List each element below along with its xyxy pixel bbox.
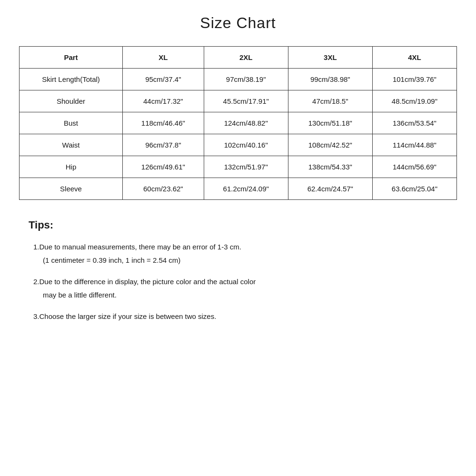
col-header-xl: XL bbox=[123, 47, 204, 69]
table-cell-value: 124cm/48.82" bbox=[204, 112, 288, 134]
col-header-3xl: 3XL bbox=[288, 47, 372, 69]
table-cell-value: 136cm/53.54" bbox=[372, 112, 456, 134]
table-row: Waist96cm/37.8"102cm/40.16"108cm/42.52"1… bbox=[20, 134, 457, 156]
tip-main-text: 2.Due to the difference in display, the … bbox=[33, 278, 256, 286]
tips-title: Tips: bbox=[29, 219, 447, 231]
table-cell-value: 144cm/56.69" bbox=[372, 156, 456, 178]
page-title: Size Chart bbox=[19, 14, 457, 32]
table-cell-value: 63.6cm/25.04" bbox=[372, 178, 456, 200]
tip-main-text: 3.Choose the larger size if your size is… bbox=[33, 312, 216, 320]
table-body: Skirt Length(Total)95cm/37.4"97cm/38.19"… bbox=[20, 69, 457, 200]
col-header-4xl: 4XL bbox=[372, 47, 456, 69]
tip-item: 1.Due to manual measurements, there may … bbox=[29, 241, 447, 266]
table-cell-part: Hip bbox=[20, 156, 123, 178]
table-cell-value: 108cm/42.52" bbox=[288, 134, 372, 156]
size-chart-table: Part XL 2XL 3XL 4XL Skirt Length(Total)9… bbox=[19, 46, 457, 200]
table-cell-part: Sleeve bbox=[20, 178, 123, 200]
tip-item: 3.Choose the larger size if your size is… bbox=[29, 310, 447, 323]
table-cell-value: 60cm/23.62" bbox=[123, 178, 204, 200]
table-cell-value: 138cm/54.33" bbox=[288, 156, 372, 178]
table-cell-value: 130cm/51.18" bbox=[288, 112, 372, 134]
tip-item: 2.Due to the difference in display, the … bbox=[29, 276, 447, 301]
table-row: Skirt Length(Total)95cm/37.4"97cm/38.19"… bbox=[20, 69, 457, 90]
table-cell-part: Skirt Length(Total) bbox=[20, 69, 123, 90]
table-cell-value: 102cm/40.16" bbox=[204, 134, 288, 156]
table-cell-value: 95cm/37.4" bbox=[123, 69, 204, 90]
table-row: Shoulder44cm/17.32"45.5cm/17.91"47cm/18.… bbox=[20, 90, 457, 112]
table-cell-value: 62.4cm/24.57" bbox=[288, 178, 372, 200]
table-cell-value: 61.2cm/24.09" bbox=[204, 178, 288, 200]
table-cell-value: 96cm/37.8" bbox=[123, 134, 204, 156]
col-header-part: Part bbox=[20, 47, 123, 69]
tip-sub-text: may be a little different. bbox=[33, 289, 447, 301]
table-cell-value: 126cm/49.61" bbox=[123, 156, 204, 178]
table-cell-part: Shoulder bbox=[20, 90, 123, 112]
table-cell-value: 118cm/46.46" bbox=[123, 112, 204, 134]
col-header-2xl: 2XL bbox=[204, 47, 288, 69]
table-cell-part: Bust bbox=[20, 112, 123, 134]
table-cell-value: 47cm/18.5" bbox=[288, 90, 372, 112]
table-cell-value: 44cm/17.32" bbox=[123, 90, 204, 112]
tip-main-text: 1.Due to manual measurements, there may … bbox=[33, 243, 241, 251]
table-header-row: Part XL 2XL 3XL 4XL bbox=[20, 47, 457, 69]
table-cell-value: 114cm/44.88" bbox=[372, 134, 456, 156]
table-row: Sleeve60cm/23.62"61.2cm/24.09"62.4cm/24.… bbox=[20, 178, 457, 200]
table-row: Hip126cm/49.61"132cm/51.97"138cm/54.33"1… bbox=[20, 156, 457, 178]
tips-container: 1.Due to manual measurements, there may … bbox=[29, 241, 447, 323]
table-cell-value: 97cm/38.19" bbox=[204, 69, 288, 90]
table-cell-value: 45.5cm/17.91" bbox=[204, 90, 288, 112]
table-cell-value: 132cm/51.97" bbox=[204, 156, 288, 178]
page-container: Size Chart Part XL 2XL 3XL 4XL Skirt Len… bbox=[0, 0, 476, 347]
table-cell-value: 99cm/38.98" bbox=[288, 69, 372, 90]
table-row: Bust118cm/46.46"124cm/48.82"130cm/51.18"… bbox=[20, 112, 457, 134]
tips-section: Tips: 1.Due to manual measurements, ther… bbox=[19, 219, 457, 323]
tip-sub-text: (1 centimeter = 0.39 inch, 1 inch = 2.54… bbox=[33, 254, 447, 267]
table-cell-value: 48.5cm/19.09" bbox=[372, 90, 456, 112]
table-cell-value: 101cm/39.76" bbox=[372, 69, 456, 90]
table-cell-part: Waist bbox=[20, 134, 123, 156]
